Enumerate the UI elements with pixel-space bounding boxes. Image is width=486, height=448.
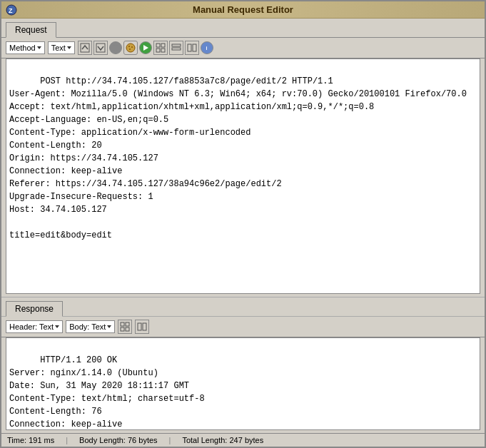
svg-point-8 [129,49,131,50]
play-icon [142,44,149,51]
cookie-icon [126,43,136,53]
svg-rect-25 [143,323,146,330]
toolbar-btn-play[interactable] [139,41,152,54]
grid-icon [156,43,166,53]
split-icon [187,43,197,53]
svg-point-5 [126,44,135,52]
method-dropdown[interactable]: Method [6,41,45,54]
toolbar-btn-2[interactable] [93,41,108,55]
toolbar-btn-3[interactable] [109,41,122,54]
app-icon: Z [6,4,17,16]
toolbar-btn-7[interactable] [185,41,199,55]
svg-rect-22 [121,327,124,331]
text-dropdown-arrow [67,46,71,49]
svg-rect-20 [121,322,124,326]
svg-text:Z: Z [9,7,13,14]
request-tab[interactable]: Request [6,22,56,38]
toolbar-btn-1[interactable] [78,41,92,55]
response-split-icon [137,322,147,332]
arrow-down-icon [96,43,106,53]
request-tab-bar: Request [1,19,485,37]
toolbar-btn-5[interactable] [153,41,168,55]
svg-point-4 [113,45,118,51]
svg-rect-17 [193,44,196,51]
list-icon [171,43,181,53]
svg-rect-23 [126,327,129,331]
response-btn-2[interactable] [135,320,149,334]
status-bar: Time: 191 ms | Body Length: 76 bytes | T… [1,433,485,447]
svg-rect-10 [156,44,160,47]
window-title: Manual Request Editor [193,4,293,15]
toolbar-btn-8[interactable]: i [201,41,213,54]
toolbar-btn-cookie[interactable] [123,41,138,55]
circle-icon [112,44,119,51]
body-dropdown-arrow [107,325,111,328]
main-content: Request Method Text [1,19,485,433]
response-headers-text: HTTP/1.1 200 OK Server: nginx/1.14.0 (Ub… [9,355,205,429]
response-tab[interactable]: Response [6,301,63,317]
toolbar-icons: i [78,41,213,55]
svg-rect-15 [172,48,181,50]
main-window: Z Manual Request Editor Request Method T… [0,0,486,448]
header-dropdown-arrow [55,325,59,328]
status-time: Time: 191 ms [7,436,54,444]
svg-point-6 [128,46,130,47]
response-section-divider: Response [1,297,485,317]
request-toolbar: Method Text [1,37,485,58]
request-text: POST http://34.74.105.127/fa8853a7c8/pag… [9,76,467,240]
svg-rect-11 [161,44,165,47]
response-grid-icon [120,322,130,332]
title-bar: Z Manual Request Editor [1,1,485,19]
status-total-length: Total Length: 247 bytes [182,436,263,444]
request-content-area[interactable]: POST http://34.74.105.127/fa8853a7c8/pag… [6,58,480,294]
status-body-length: Body Length: 76 bytes [79,436,157,444]
header-dropdown[interactable]: Header: Text [6,320,63,333]
text-dropdown[interactable]: Text [48,41,75,54]
method-dropdown-arrow [37,46,41,49]
svg-rect-12 [156,49,160,52]
svg-point-7 [131,46,133,48]
response-toolbar: Header: Text Body: Text [1,317,485,337]
svg-marker-9 [143,45,148,51]
body-dropdown[interactable]: Body: Text [66,320,115,333]
response-content-area[interactable]: HTTP/1.1 200 OK Server: nginx/1.14.0 (Ub… [6,337,480,430]
arrow-up-icon [80,43,90,53]
svg-rect-24 [138,323,141,330]
response-btn-1[interactable] [118,320,132,334]
svg-rect-16 [188,44,191,51]
svg-text:i: i [206,46,207,51]
toolbar-btn-6[interactable] [169,41,183,55]
svg-rect-13 [161,49,165,52]
svg-rect-14 [172,44,181,46]
info-icon: i [203,44,211,52]
svg-rect-21 [126,322,129,326]
